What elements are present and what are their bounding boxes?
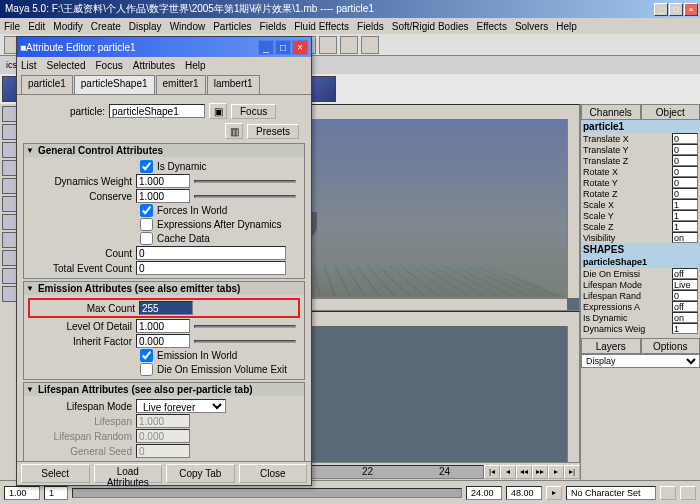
channel-label[interactable]: Is Dynamic <box>583 313 672 323</box>
menu-solvers[interactable]: Solvers <box>515 21 548 32</box>
expr-check[interactable] <box>140 218 153 231</box>
step-back-button[interactable]: ◂ <box>500 465 516 479</box>
particle-name-field[interactable] <box>109 104 205 118</box>
max-count-field[interactable] <box>139 301 193 315</box>
toolbar-icon[interactable] <box>340 36 358 54</box>
play-forward-button[interactable]: ▸▸ <box>532 465 548 479</box>
channel-label[interactable]: Lifespan Rand <box>583 291 672 301</box>
range-start-field[interactable]: 1.00 <box>4 486 40 500</box>
focus-button[interactable]: Focus <box>231 104 276 119</box>
maximize-button[interactable]: □ <box>669 3 683 16</box>
load-attributes-button[interactable]: Load Attributes <box>94 464 163 483</box>
close-button[interactable]: Close <box>239 464 308 483</box>
presets-button[interactable]: Presets <box>247 124 299 139</box>
channel-label[interactable]: Rotate Y <box>583 178 672 188</box>
range-slider[interactable] <box>72 488 462 498</box>
channel-value[interactable]: 0 <box>672 155 698 166</box>
range-end-field[interactable]: 48.00 <box>506 486 542 500</box>
menu-help[interactable]: Help <box>556 21 577 32</box>
autokey-button[interactable] <box>660 486 676 500</box>
go-end-button[interactable]: ▸| <box>564 465 580 479</box>
channel-value[interactable]: 0 <box>672 188 698 199</box>
channel-value[interactable]: 1 <box>672 323 698 334</box>
section-emission-header[interactable]: ▼Emission Attributes (see also emitter t… <box>24 282 304 295</box>
select-button[interactable]: Select <box>21 464 90 483</box>
toolbar-icon[interactable] <box>319 36 337 54</box>
channel-label[interactable]: Dynamics Weig <box>583 324 672 334</box>
menu-modify[interactable]: Modify <box>53 21 82 32</box>
channel-value[interactable]: on <box>672 312 698 323</box>
forces-check[interactable] <box>140 204 153 217</box>
cache-check[interactable] <box>140 232 153 245</box>
inherit-field[interactable] <box>136 334 190 348</box>
die-vol-check[interactable] <box>140 363 153 376</box>
channel-label[interactable]: Expressions A <box>583 302 672 312</box>
prefs-button[interactable] <box>680 486 696 500</box>
display-select[interactable]: Display <box>581 354 700 368</box>
load-preset-icon[interactable]: ▥ <box>225 123 243 139</box>
count-field[interactable] <box>136 246 286 260</box>
channel-value[interactable]: 1 <box>672 210 698 221</box>
channel-node-name[interactable]: particle1 <box>581 120 700 133</box>
channel-label[interactable]: Visibility <box>583 233 672 243</box>
menu-window[interactable]: Window <box>170 21 206 32</box>
menu-effects[interactable]: Effects <box>477 21 507 32</box>
channel-label[interactable]: Translate Z <box>583 156 672 166</box>
select-node-icon[interactable]: ▣ <box>209 103 227 119</box>
ae-tab-particle1[interactable]: particle1 <box>21 75 73 94</box>
channel-value[interactable]: 0 <box>672 144 698 155</box>
section-lifespan-header[interactable]: ▼Lifespan Attributes (see also per-parti… <box>24 383 304 396</box>
channel-value[interactable]: 0 <box>672 177 698 188</box>
tab-layers[interactable]: Layers <box>581 338 641 354</box>
copy-tab-button[interactable]: Copy Tab <box>166 464 235 483</box>
ae-menu-focus[interactable]: Focus <box>95 60 122 71</box>
section-general-header[interactable]: ▼General Control Attributes <box>24 144 304 157</box>
shelf-icon[interactable] <box>310 76 336 102</box>
ae-tab-emitter1[interactable]: emitter1 <box>156 75 206 94</box>
menu-fields[interactable]: Fields <box>260 21 287 32</box>
channel-value[interactable]: 0 <box>672 290 698 301</box>
tab-object[interactable]: Object <box>641 104 701 120</box>
toolbar-icon[interactable] <box>361 36 379 54</box>
menu-create[interactable]: Create <box>91 21 121 32</box>
play-back-button[interactable]: ◂◂ <box>516 465 532 479</box>
channel-value[interactable]: off <box>672 301 698 312</box>
range-sep-field[interactable]: 1 <box>44 486 68 500</box>
ae-maximize-button[interactable]: □ <box>275 40 291 55</box>
close-button[interactable]: × <box>684 3 698 16</box>
ae-menu-selected[interactable]: Selected <box>47 60 86 71</box>
rewind-end-button[interactable]: ▸ <box>546 486 562 500</box>
conserve-field[interactable] <box>136 189 190 203</box>
scrollbar-vertical[interactable] <box>567 119 579 298</box>
ae-titlebar[interactable]: ■ Attribute Editor: particle1 _ □ × <box>17 37 311 57</box>
channel-value[interactable]: 0 <box>672 166 698 177</box>
ae-menu-help[interactable]: Help <box>185 60 206 71</box>
ae-minimize-button[interactable]: _ <box>258 40 274 55</box>
ae-menu-attributes[interactable]: Attributes <box>133 60 175 71</box>
channel-value[interactable]: Live forev <box>672 279 698 290</box>
channel-label[interactable]: Translate X <box>583 134 672 144</box>
menu-file[interactable]: File <box>4 21 20 32</box>
dynamics-weight-slider[interactable] <box>194 180 296 183</box>
channel-label[interactable]: Lifespan Mode <box>583 280 672 290</box>
menu-particles[interactable]: Particles <box>213 21 251 32</box>
conserve-slider[interactable] <box>194 195 296 198</box>
total-field[interactable] <box>136 261 286 275</box>
lod-field[interactable] <box>136 319 190 333</box>
channel-label[interactable]: Scale Y <box>583 211 672 221</box>
ae-menu-list[interactable]: List <box>21 60 37 71</box>
range-curr-field[interactable]: 24.00 <box>466 486 502 500</box>
channel-label[interactable]: Translate Y <box>583 145 672 155</box>
scrollbar-vertical[interactable] <box>567 326 579 467</box>
menu-edit[interactable]: Edit <box>28 21 45 32</box>
lifespan-mode-select[interactable]: Live forever <box>136 399 226 413</box>
rewind-button[interactable]: |◂ <box>484 465 500 479</box>
channel-value[interactable]: on <box>672 232 698 243</box>
menu-softrigid[interactable]: Soft/Rigid Bodies <box>392 21 469 32</box>
channel-label[interactable]: Rotate Z <box>583 189 672 199</box>
tab-options[interactable]: Options <box>641 338 701 354</box>
emit-world-check[interactable] <box>140 349 153 362</box>
inherit-slider[interactable] <box>194 340 296 343</box>
step-forward-button[interactable]: ▸ <box>548 465 564 479</box>
dynamics-weight-field[interactable] <box>136 174 190 188</box>
